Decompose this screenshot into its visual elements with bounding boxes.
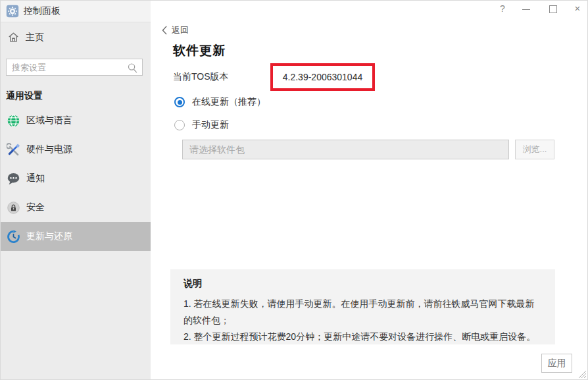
control-panel-gear-icon [6,5,19,18]
current-tos-version-label: 当前TOS版本 [173,71,229,83]
sidebar-item-label: 通知 [26,173,45,184]
sidebar-item-home[interactable]: 主页 [7,31,44,43]
note-line-1: 1. 若在线更新失败，请使用手动更新。在使用手动更新前，请前往铁威马官网下载最新… [184,296,542,329]
sidebar-item-label: 安全 [26,202,45,213]
resize-grip-icon[interactable] [578,370,587,379]
apply-button[interactable]: 应用 [541,354,572,373]
chevron-left-icon [162,26,168,35]
minimize-button[interactable] [520,1,533,16]
sidebar-item-hardware-power[interactable]: 硬件与电源 [1,135,151,164]
sidebar-item-home-label: 主页 [26,32,44,43]
close-button[interactable]: × [571,1,584,16]
lock-icon [7,201,20,215]
page-title: 软件更新 [173,42,226,59]
sidebar-item-label: 区域与语言 [26,115,72,126]
radio-manual-circle[interactable] [174,120,185,130]
radio-online-update[interactable]: 在线更新（推荐） [174,96,266,108]
tools-icon [7,143,20,157]
package-file-input[interactable] [182,140,509,159]
note-box: 说明 1. 若在线更新失败，请使用手动更新。在使用手动更新前，请前往铁威马官网下… [170,269,555,344]
app-title: 控制面板 [24,5,61,17]
sidebar-nav: 区域与语言 硬件与电源 [1,106,151,251]
help-button[interactable]: ? [496,1,509,16]
back-label: 返回 [172,24,189,36]
browse-button[interactable]: 浏览... [515,140,554,159]
sidebar-item-security[interactable]: 安全 [1,193,151,222]
note-title: 说明 [184,278,542,290]
maximize-button[interactable] [546,1,559,16]
sidebar-item-label: 更新与还原 [26,231,72,242]
tos-version-value: 4.2.39-2006301044 [283,72,362,82]
search-box [6,59,143,76]
sidebar-item-label: 硬件与电源 [26,144,72,155]
search-icon [127,62,138,74]
chat-bubble-icon [7,172,20,186]
sidebar-header: 控制面板 [1,1,151,22]
search-input[interactable] [7,59,126,75]
back-link[interactable]: 返回 [162,24,189,36]
radio-online-circle[interactable] [174,97,185,107]
sidebar-section-general-settings: 通用设置 [6,90,43,102]
radio-online-label: 在线更新（推荐） [192,96,266,108]
sidebar: 控制面板 主页 通用设置 [1,1,151,380]
globe-icon [7,114,20,128]
radio-manual-update[interactable]: 手动更新 [174,119,229,131]
update-restore-icon [7,230,20,244]
control-panel-window: 控制面板 主页 通用设置 [0,0,588,380]
radio-manual-label: 手动更新 [192,119,229,131]
sidebar-item-notifications[interactable]: 通知 [1,164,151,193]
sidebar-item-region-language[interactable]: 区域与语言 [1,106,151,135]
sidebar-item-update-restore[interactable]: 更新与还原 [1,222,151,251]
home-icon [7,31,20,43]
note-line-2: 2. 整个更新过程预计花费20分钟；更新中途请不要对设备进行操作、断电或重启设备… [184,329,542,345]
red-annotation-box: 4.2.39-2006301044 [270,63,375,91]
